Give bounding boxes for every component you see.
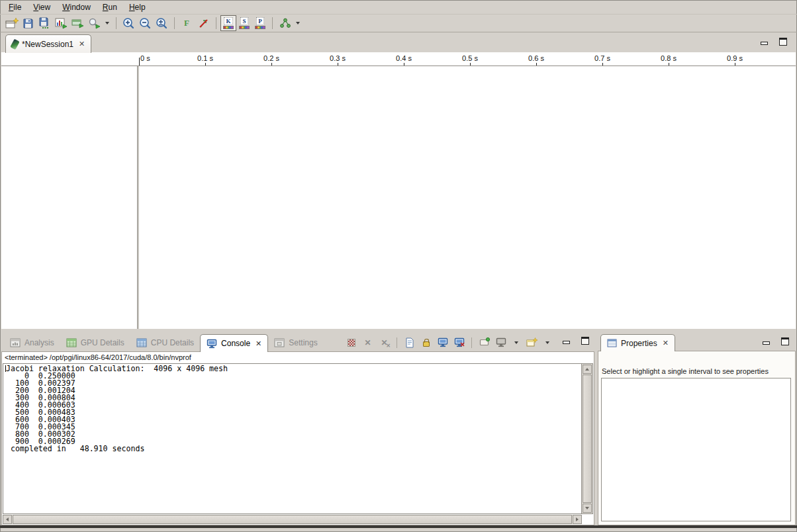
pin-console-button[interactable] [479,337,490,348]
marker-f-button[interactable]: F [179,15,195,31]
kernel-color-strip-icon [223,26,234,29]
text-caret [5,365,6,372]
console-status-line: <terminated> /opt/pgi/linux86-64/2017/cu… [2,352,594,362]
timeline-canvas[interactable] [139,66,796,329]
run-dropdown-caret-icon[interactable] [105,22,109,24]
scroll-right-button[interactable] [573,515,582,524]
session-tab-close-icon[interactable]: ✕ [77,40,85,48]
console-window-controls [563,337,589,345]
tab-properties[interactable]: Properties ✕ [600,334,675,351]
clear-console-icon [405,337,414,348]
marker-flag-button[interactable] [195,15,212,31]
ruler-tick [139,58,140,66]
arrow-right-icon [576,517,579,521]
editor-minimize-icon[interactable] [761,42,768,45]
tab-cpu-details[interactable]: CPU Details [130,334,200,351]
timeline-ruler[interactable]: 0 s0.1 s0.2 s0.3 s0.4 s0.5 s0.6 s0.7 s0.… [1,52,796,66]
zoom-in-icon [122,17,135,30]
run-analysis-button[interactable] [86,15,103,31]
arrow-down-icon [585,507,589,510]
save-all-icon [38,17,51,29]
properties-empty-box [601,378,791,521]
tab-settings[interactable]: Settings [268,334,323,351]
editor-tab-strip: *NewSession1 ✕ [0,33,797,52]
cpu-details-icon [136,338,147,347]
console-view-toolbar [346,337,552,348]
tab-console[interactable]: Console ✕ [200,334,268,352]
console-horizontal-scrollbar[interactable] [3,515,582,524]
timeline-chart-icon [55,18,68,29]
console-output: Jacobi relaxation Calculation: 4096 x 40… [3,364,592,453]
show-stdout-icon [438,337,448,347]
reset-zoom-button[interactable] [154,15,170,31]
generate-timeline-button[interactable] [53,15,70,31]
console-minimize-icon[interactable] [563,341,570,344]
scroll-down-button[interactable] [583,504,592,513]
properties-minimize-icon[interactable] [763,341,770,345]
new-session-button[interactable] [3,15,20,31]
remove-all-terminated-button[interactable] [379,337,390,348]
properties-tab-bar: Properties ✕ [598,334,796,351]
call-tree-button[interactable] [277,15,293,31]
open-console-caret-icon[interactable] [545,341,549,344]
clear-console-button[interactable] [404,337,415,348]
call-tree-dropdown-caret-icon[interactable] [296,22,300,24]
properties-maximize-icon[interactable] [781,337,789,345]
properties-icon [607,339,617,347]
scroll-lock-button[interactable] [420,337,432,348]
ruler-tick-label: 0.7 s [594,54,610,62]
console-tab-close-icon[interactable]: ✕ [254,339,261,348]
menu-file[interactable]: File [3,1,27,14]
session-tab[interactable]: *NewSession1 ✕ [5,34,91,53]
bottom-panel: Analysis GPU Details CPU Details [1,334,594,525]
horizontal-scroll-thumb[interactable] [13,515,572,524]
properties-tab-close-icon[interactable]: ✕ [661,339,669,347]
save-icon [23,18,34,29]
save-all-button[interactable] [36,15,53,31]
zoom-out-button[interactable] [137,15,154,31]
ruler-tick-label: 0.6 s [528,54,544,62]
color-by-stream-button[interactable]: S [236,15,252,31]
show-stderr-button[interactable] [453,337,465,348]
vertical-scroll-thumb[interactable] [583,375,592,503]
toolbar-separator [397,337,397,348]
timeline-editor: 0 s0.1 s0.2 s0.3 s0.4 s0.5 s0.6 s0.7 s0.… [1,52,796,329]
display-selected-console-button[interactable] [495,337,506,348]
save-button[interactable] [20,15,36,31]
zoom-in-button[interactable] [120,15,137,31]
kernel-letter-icon: K [224,17,232,25]
display-console-caret-icon[interactable] [514,341,518,344]
tab-analysis-label: Analysis [24,338,54,347]
color-by-kernel-button[interactable]: K [220,15,236,31]
properties-hint-text: Select or highlight a single interval to… [602,367,793,375]
tab-gpu-details[interactable]: GPU Details [60,334,130,351]
menu-run[interactable]: Run [97,1,123,14]
properties-content: Select or highlight a single interval to… [598,351,796,525]
run-application-button[interactable] [70,15,86,31]
show-stdout-button[interactable] [437,337,448,348]
ruler-tick [602,63,603,66]
scroll-left-button[interactable] [3,515,12,524]
scroll-up-button[interactable] [583,365,592,374]
editor-maximize-icon[interactable] [779,38,787,46]
open-console-button[interactable] [526,337,538,348]
arrow-up-icon [585,368,589,371]
session-icon [10,38,20,50]
tab-analysis[interactable]: Analysis [4,334,60,351]
ruler-tick-label: 0.9 s [727,54,743,62]
ruler-tick [470,63,471,66]
menu-window[interactable]: Window [56,1,97,14]
ruler-tick [735,63,735,66]
menu-view[interactable]: View [27,1,56,14]
menu-help[interactable]: Help [123,1,152,14]
console-text-area[interactable]: Jacobi relaxation Calculation: 4096 x 40… [3,363,593,514]
toolbar-separator [174,17,175,29]
ruler-tick [338,63,338,66]
console-vertical-scrollbar[interactable] [581,364,592,513]
console-maximize-icon[interactable] [581,337,589,345]
color-by-process-button[interactable]: P [252,15,268,31]
remove-launch-button[interactable] [362,337,373,348]
terminate-button[interactable] [346,337,357,348]
ruler-tick [404,63,404,66]
marker-flag-icon [198,18,209,29]
